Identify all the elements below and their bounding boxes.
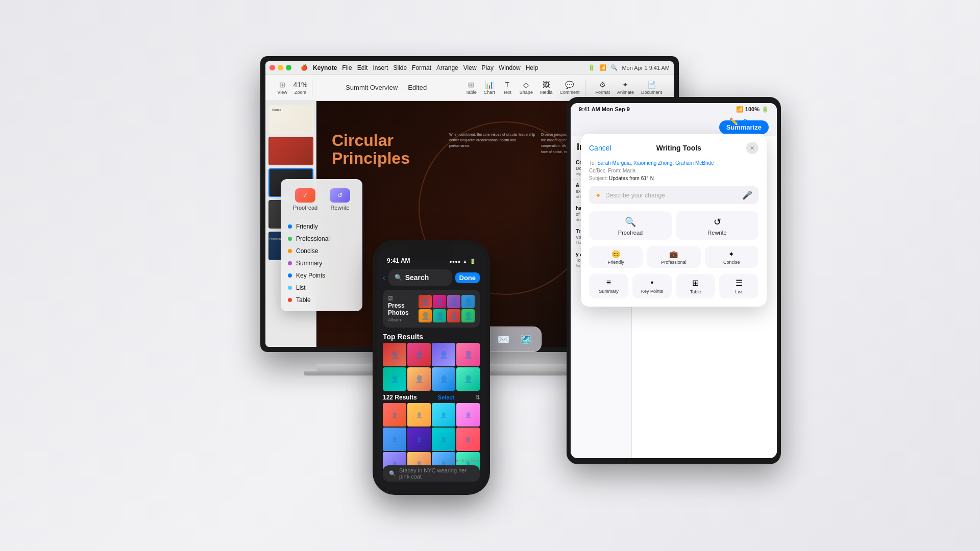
large-photo-1[interactable]: 👤 <box>383 403 406 427</box>
done-button[interactable]: Done <box>455 272 480 283</box>
toolbar-zoom-btn[interactable]: 41% Zoom <box>292 79 309 96</box>
wt-keypoints-btn[interactable]: • Key Points <box>632 274 672 298</box>
wt-rewrite-btn[interactable]: ↺ Rewrite <box>676 211 758 240</box>
toolbar-group-view: ⊞ View 41% Zoom <box>272 79 312 96</box>
slide-1-label: Topics <box>272 108 281 111</box>
large-photo-2[interactable]: 👤 <box>407 403 431 427</box>
ctx-concise[interactable]: Concise <box>281 245 362 257</box>
slide-title: CircularPrinciples <box>332 132 410 167</box>
menu-play[interactable]: Play <box>482 64 494 71</box>
proofread-button[interactable]: ✓ Proofread <box>293 188 317 211</box>
large-photo-4[interactable]: 👤 <box>456 403 480 427</box>
press-photos-sub: Album <box>388 317 414 322</box>
iphone-bottom-search[interactable]: 🔍 Stacey in NYC wearing her pink coat <box>383 465 480 482</box>
traffic-lights <box>270 65 291 70</box>
wt-describe-input[interactable]: ✦ Describe your change 🎤 <box>589 186 758 204</box>
wt-cancel-btn[interactable]: Cancel <box>589 144 611 152</box>
large-photo-3[interactable]: 👤 <box>432 403 455 427</box>
wt-close-btn[interactable]: ✕ <box>746 142 758 154</box>
toolbar-table-btn[interactable]: ⊞ Table <box>463 79 479 96</box>
result-photo-2[interactable]: 👤 <box>407 343 431 366</box>
toolbar-text-btn[interactable]: T Text <box>500 79 515 96</box>
iphone-battery-icon: 🔋 <box>470 259 476 264</box>
back-icon[interactable]: ‹ <box>383 273 385 282</box>
large-photo-6[interactable]: 👤 <box>407 428 431 451</box>
ctx-list[interactable]: List <box>281 282 362 294</box>
result-photo-7[interactable]: 👤 <box>432 367 455 391</box>
menu-help[interactable]: Help <box>526 64 538 71</box>
toolbar-comment-btn[interactable]: 💬 Comment <box>557 79 582 96</box>
result-photo-1[interactable]: 👤 <box>383 343 406 366</box>
wt-header: Cancel Writing Tools ✕ <box>589 142 758 154</box>
search-field-icon: 🔍 <box>395 274 402 281</box>
ctx-professional[interactable]: Professional <box>281 233 362 245</box>
concise-label: Concise <box>296 247 318 255</box>
ipad-battery-icon: 🔋 <box>762 106 769 113</box>
press-photos-card[interactable]: 🖼 Press Photos Album 👤 👤 👤 👤 👤 <box>383 290 480 328</box>
result-photo-5[interactable]: 👤 <box>383 367 406 391</box>
slide-thumb-2[interactable] <box>268 137 313 165</box>
app-name[interactable]: Keynote <box>313 64 337 71</box>
sort-icon[interactable]: ⇅ <box>475 394 480 401</box>
slide-thumb-1[interactable]: Topics <box>268 105 313 134</box>
toolbar-format-btn[interactable]: ⚙ Format <box>593 79 612 96</box>
ipad-time: 9:41 AM Mon Sep 9 <box>579 106 630 112</box>
toolbar-media-btn[interactable]: 🖼 Media <box>537 79 555 96</box>
ctx-table[interactable]: Table <box>281 294 362 306</box>
toolbar-document-btn[interactable]: 📄 Document <box>639 79 665 96</box>
wt-table-btn[interactable]: ⊞ Table <box>676 274 715 298</box>
wt-recipients: Sarah Murguia, Xiaomeng Zhong, Graham Mc… <box>597 160 714 166</box>
dock-maps[interactable]: 🗺️ <box>517 330 535 348</box>
table-label: Table <box>296 296 311 304</box>
updated-label: Updated Just Now <box>442 458 480 463</box>
rewrite-button[interactable]: ↺ Rewrite <box>330 188 350 211</box>
mic-icon[interactable]: 🎤 <box>742 190 752 200</box>
wt-proofread-btn[interactable]: 🔍 Proofread <box>589 211 672 240</box>
apple-menu[interactable]: 🍎 <box>301 64 308 71</box>
ctx-summary[interactable]: Summary <box>281 257 362 269</box>
result-photo-3[interactable]: 👤 <box>432 343 455 366</box>
toolbar-view-btn[interactable]: ⊞ View <box>275 79 290 96</box>
menu-file[interactable]: File <box>342 64 352 71</box>
iphone-wifi-icon: ▲ <box>462 259 468 264</box>
result-photo-8[interactable]: 👤 <box>456 367 480 391</box>
more-icon[interactable]: ⊕ <box>742 117 748 126</box>
menu-arrange[interactable]: Arrange <box>436 64 458 71</box>
minimize-button[interactable] <box>278 65 283 70</box>
menu-format[interactable]: Format <box>412 64 431 71</box>
iphone-search-field[interactable]: 🔍 Search <box>388 269 452 286</box>
menu-slide[interactable]: Slide <box>393 64 407 71</box>
wt-professional-btn[interactable]: 💼 Professional <box>647 246 700 268</box>
wt-concise-btn[interactable]: ✦ Concise <box>705 246 758 268</box>
wt-list-btn[interactable]: ☰ List <box>719 274 758 298</box>
toolbar-chart-btn[interactable]: 📊 Chart <box>481 79 498 96</box>
professional-sm-label: Professional <box>661 260 687 265</box>
result-photo-6[interactable]: 👤 <box>407 367 431 391</box>
result-photo-4[interactable]: 👤 <box>456 343 480 366</box>
large-photo-5[interactable]: 👤 <box>383 428 406 451</box>
large-photo-7[interactable]: 👤 <box>432 428 455 451</box>
close-button[interactable] <box>270 65 275 70</box>
select-button[interactable]: Select <box>438 394 454 400</box>
menu-insert[interactable]: Insert <box>373 64 388 71</box>
menu-edit[interactable]: Edit <box>357 64 368 71</box>
friendly-label: Friendly <box>296 223 318 230</box>
menu-view[interactable]: View <box>463 64 477 71</box>
wt-friendly-btn[interactable]: 😊 Friendly <box>589 246 643 268</box>
ctx-friendly[interactable]: Friendly <box>281 220 362 233</box>
battery-icon: 🔋 <box>588 64 595 71</box>
toolbar-animate-btn[interactable]: ✦ Animate <box>615 79 636 96</box>
professional-label: Professional <box>296 235 330 242</box>
large-photo-8[interactable]: 👤 <box>456 428 480 451</box>
compose-icon[interactable]: ✏️ <box>729 117 738 126</box>
wt-panel-title: Writing Tools <box>656 144 701 152</box>
summary-bottom-label: Summary <box>599 289 619 294</box>
dock-mail[interactable]: ✉️ <box>494 330 512 348</box>
wt-summary-btn[interactable]: ≡ Summary <box>589 274 628 298</box>
toolbar-shape-btn[interactable]: ◇ Shape <box>517 79 535 96</box>
list-dot <box>288 286 292 290</box>
menu-window[interactable]: Window <box>499 64 521 71</box>
search-icon[interactable]: 🔍 <box>610 64 618 71</box>
ctx-key-points[interactable]: Key Points <box>281 269 362 282</box>
maximize-button[interactable] <box>286 65 291 70</box>
